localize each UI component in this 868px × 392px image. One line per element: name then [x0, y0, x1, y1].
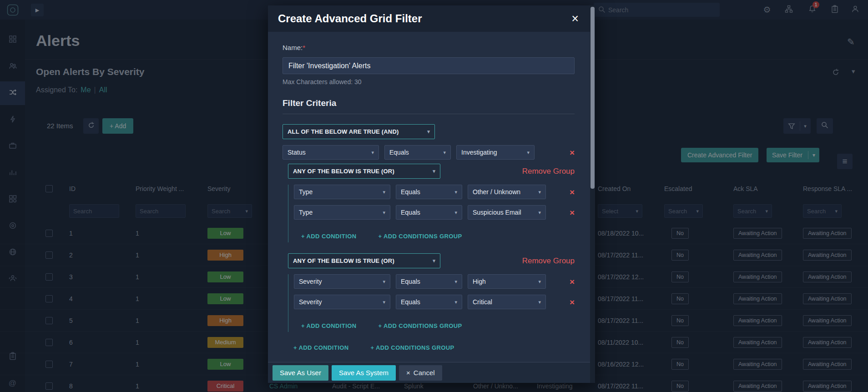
name-label-text: Name:	[283, 44, 303, 51]
modal-scrollbar-thumb[interactable]	[590, 7, 595, 189]
remove-condition-icon[interactable]: ×	[570, 298, 575, 307]
caret-down-icon: ▾	[427, 129, 430, 135]
operator-value: Equals	[401, 188, 420, 196]
add-condition-link[interactable]: + ADD CONDITION	[301, 233, 356, 240]
cancel-label: Cancel	[414, 369, 435, 377]
caret-down-icon: ▾	[433, 258, 435, 264]
condition-field-select[interactable]: Type▾	[294, 185, 390, 199]
root-operator-select[interactable]: ALL OF THE BELOW ARE TRUE (AND) ▾	[283, 124, 435, 139]
value-value: Investigating	[461, 149, 497, 156]
operator-value: Equals	[401, 209, 420, 216]
modal-title: Create Advanced Grid Filter	[278, 12, 422, 25]
field-value: Severity	[299, 298, 322, 306]
condition-value-select[interactable]: Investigating▾	[456, 145, 535, 160]
caret-down-icon: ▾	[538, 299, 541, 305]
value-value: Other / Unknown	[473, 188, 520, 196]
caret-down-icon: ▾	[538, 210, 541, 216]
save-as-user-button[interactable]: Save As User	[273, 365, 328, 381]
caret-down-icon: ▾	[443, 150, 446, 156]
cancel-button[interactable]: × Cancel	[399, 365, 442, 381]
field-value: Severity	[299, 278, 322, 285]
condition-field-select[interactable]: Status▾	[283, 145, 379, 160]
remove-group-link[interactable]: Remove Group	[522, 167, 575, 176]
close-icon[interactable]: ×	[571, 13, 579, 25]
condition-field-select[interactable]: Type▾	[294, 205, 390, 220]
add-conditions-group-link[interactable]: + ADD CONDITIONS GROUP	[378, 233, 462, 240]
field-value: Type	[299, 188, 313, 196]
condition-row: Type▾ Equals▾ Suspicious Email▾ ×	[294, 205, 575, 220]
conditions-group: ANY OF THE BELOW IS TRUE (OR) ▾ Remove G…	[288, 253, 575, 332]
criteria-divider	[283, 114, 575, 114]
condition-field-select[interactable]: Severity▾	[294, 295, 390, 309]
condition-operator-select[interactable]: Equals▾	[396, 295, 462, 309]
caret-down-icon: ▾	[527, 150, 530, 156]
caret-down-icon: ▾	[454, 299, 457, 305]
remove-condition-icon[interactable]: ×	[570, 277, 575, 286]
remove-condition-icon[interactable]: ×	[570, 188, 575, 196]
caret-down-icon: ▾	[383, 210, 385, 216]
condition-value-select[interactable]: Critical▾	[468, 295, 546, 309]
caret-down-icon: ▾	[454, 189, 457, 195]
modal-body: Name:* Max Characters allowed: 30 Filter…	[268, 32, 595, 362]
caret-down-icon: ▾	[454, 210, 457, 216]
group-operator-select[interactable]: ANY OF THE BELOW IS TRUE (OR) ▾	[288, 164, 440, 179]
condition-operator-select[interactable]: Equals▾	[396, 185, 462, 199]
condition-row: Severity▾ Equals▾ High▾ ×	[294, 274, 575, 289]
modal-header: Create Advanced Grid Filter ×	[268, 5, 595, 32]
condition-row: Status▾ Equals▾ Investigating▾ ×	[283, 145, 575, 160]
root-operator-label: ALL OF THE BELOW ARE TRUE (AND)	[288, 128, 399, 135]
condition-operator-select[interactable]: Equals▾	[384, 145, 451, 160]
remove-group-link[interactable]: Remove Group	[522, 256, 575, 266]
remove-condition-icon[interactable]: ×	[570, 208, 575, 217]
operator-value: Equals	[401, 298, 420, 306]
condition-value-select[interactable]: Other / Unknown▾	[468, 185, 546, 199]
caret-down-icon: ▾	[383, 299, 385, 305]
required-asterisk: *	[303, 44, 305, 51]
caret-down-icon: ▾	[433, 168, 435, 174]
filter-criteria-heading: Filter Criteria	[283, 98, 575, 108]
name-label: Name:*	[283, 44, 575, 52]
condition-operator-select[interactable]: Equals▾	[396, 205, 462, 220]
condition-value-select[interactable]: High▾	[468, 274, 546, 289]
group-operator-label: ANY OF THE BELOW IS TRUE (OR)	[293, 257, 394, 264]
condition-field-select[interactable]: Severity▾	[294, 274, 390, 289]
value-value: High	[473, 278, 486, 285]
field-value: Status	[288, 149, 306, 156]
condition-value-select[interactable]: Suspicious Email▾	[468, 205, 546, 220]
caret-down-icon: ▾	[383, 189, 385, 195]
group-operator-label: ANY OF THE BELOW IS TRUE (OR)	[293, 168, 394, 175]
modal-scrollbar-track	[590, 5, 595, 383]
value-value: Suspicious Email	[473, 209, 521, 216]
condition-row: Type▾ Equals▾ Other / Unknown▾ ×	[294, 185, 575, 199]
condition-operator-select[interactable]: Equals▾	[396, 274, 462, 289]
caret-down-icon: ▾	[383, 279, 385, 285]
add-conditions-group-link[interactable]: + ADD CONDITIONS GROUP	[370, 344, 454, 351]
app-screen: ▶ ⚙ 1	[0, 0, 868, 392]
filter-name-input[interactable]	[283, 57, 575, 74]
add-condition-link[interactable]: + ADD CONDITION	[293, 344, 348, 351]
value-value: Critical	[473, 298, 492, 306]
caret-down-icon: ▾	[371, 150, 374, 156]
save-as-system-button[interactable]: Save As System	[332, 365, 396, 381]
max-chars-note: Max Characters allowed: 30	[283, 78, 575, 85]
cancel-x-icon: ×	[406, 369, 410, 377]
operator-value: Equals	[389, 149, 409, 156]
group-operator-select[interactable]: ANY OF THE BELOW IS TRUE (OR) ▾	[288, 253, 440, 268]
add-conditions-group-link[interactable]: + ADD CONDITIONS GROUP	[378, 322, 462, 329]
caret-down-icon: ▾	[538, 189, 541, 195]
create-filter-modal: Create Advanced Grid Filter × Name:* Max…	[268, 5, 595, 383]
remove-condition-icon[interactable]: ×	[570, 148, 575, 157]
condition-row: Severity▾ Equals▾ Critical▾ ×	[294, 295, 575, 309]
operator-value: Equals	[401, 278, 420, 285]
caret-down-icon: ▾	[538, 279, 541, 285]
conditions-group: ANY OF THE BELOW IS TRUE (OR) ▾ Remove G…	[288, 164, 575, 242]
add-condition-link[interactable]: + ADD CONDITION	[301, 322, 356, 329]
caret-down-icon: ▾	[454, 279, 457, 285]
modal-footer: Save As User Save As System × Cancel	[268, 362, 595, 383]
field-value: Type	[299, 209, 313, 216]
